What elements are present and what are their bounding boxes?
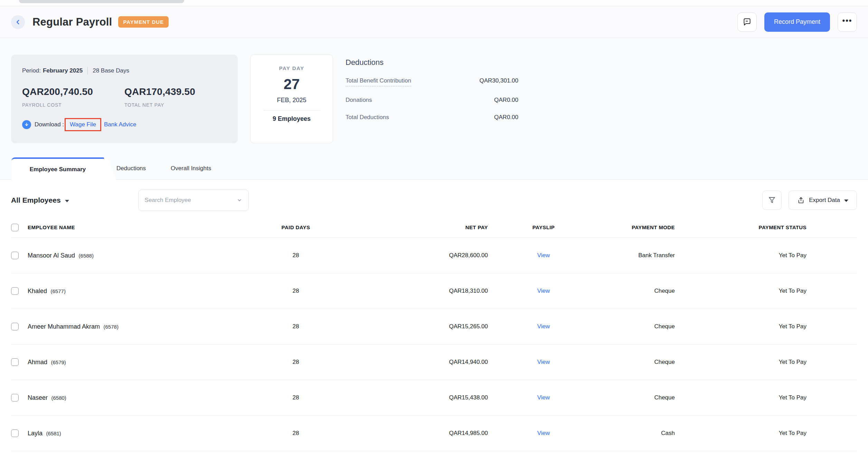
back-button[interactable] bbox=[11, 15, 25, 29]
paid-days-cell: 28 bbox=[261, 394, 330, 401]
employee-table: EMPLOYEE NAME PAID DAYS NET PAY PAYSLIP … bbox=[11, 217, 857, 451]
total-deductions-label: Total Deductions bbox=[346, 114, 389, 121]
employee-id: (6580) bbox=[51, 395, 66, 401]
net-pay-cell: QAR28,600.00 bbox=[330, 252, 488, 259]
paid-days-cell: 28 bbox=[261, 430, 330, 437]
summary-band: Period: February 2025 28 Base Days QAR20… bbox=[0, 38, 868, 143]
export-label: Export Data bbox=[809, 197, 840, 204]
table-row: Mansoor Al Saud (6588) 28 QAR28,600.00 V… bbox=[11, 238, 857, 273]
filter-button[interactable] bbox=[762, 191, 782, 210]
view-payslip-link[interactable]: View bbox=[537, 323, 550, 330]
employee-name: Mansoor Al Saud bbox=[28, 252, 75, 259]
employee-filter-label: All Employees bbox=[11, 196, 61, 204]
view-payslip-link[interactable]: View bbox=[537, 430, 550, 436]
period-label: Period: bbox=[22, 67, 41, 74]
table-row: Layla (6581) 28 QAR14,985.00 View Cash Y… bbox=[11, 416, 857, 451]
omnibox-fragment bbox=[19, 0, 184, 3]
payment-mode-cell: Cheque bbox=[599, 394, 675, 401]
row-checkbox[interactable] bbox=[11, 323, 19, 330]
more-options-button[interactable]: ••• bbox=[838, 12, 857, 32]
period-line: Period: February 2025 28 Base Days bbox=[22, 67, 227, 75]
amounts-row: QAR200,740.50 PAYROLL COST QAR170,439.50… bbox=[22, 86, 227, 108]
period-value: February 2025 bbox=[43, 67, 83, 74]
paid-days-cell: 28 bbox=[261, 323, 330, 330]
total-benefit-contribution-label[interactable]: Total Benefit Contribution bbox=[346, 77, 411, 86]
payment-status-cell: Yet To Pay bbox=[675, 394, 806, 401]
col-payslip: PAYSLIP bbox=[488, 224, 599, 230]
search-input[interactable] bbox=[145, 197, 237, 204]
table-row: Naseer (6580) 28 QAR15,438.00 View Chequ… bbox=[11, 380, 857, 416]
controls-right: Export Data bbox=[762, 191, 857, 210]
export-icon bbox=[797, 196, 805, 204]
employee-count: 9 Employees bbox=[273, 115, 311, 123]
col-payment-mode: PAYMENT MODE bbox=[599, 224, 675, 230]
payment-status-cell: Yet To Pay bbox=[675, 288, 806, 294]
payment-status-cell: Yet To Pay bbox=[675, 323, 806, 330]
total-deductions-value: QAR0.00 bbox=[494, 114, 518, 121]
view-payslip-link[interactable]: View bbox=[537, 288, 550, 294]
payroll-cost-block: QAR200,740.50 PAYROLL COST bbox=[22, 86, 124, 108]
paid-days-cell: 28 bbox=[261, 252, 330, 259]
divider bbox=[87, 67, 88, 75]
employee-name: Ameer Muhammad Akram bbox=[28, 323, 100, 330]
payday-label: PAY DAY bbox=[279, 65, 304, 71]
employee-name: Naseer bbox=[28, 394, 48, 401]
record-payment-button[interactable]: Record Payment bbox=[764, 12, 830, 32]
tab-employee-summary[interactable]: Employee Summary bbox=[11, 157, 104, 180]
payday-card: PAY DAY 27 FEB, 2025 9 Employees bbox=[250, 55, 333, 143]
payday-day: 27 bbox=[284, 76, 300, 93]
tab-label: Overall Insights bbox=[171, 165, 211, 172]
payroll-cost-value: QAR200,740.50 bbox=[22, 86, 124, 97]
select-all-checkbox[interactable] bbox=[11, 224, 19, 231]
tab-overall-insights[interactable]: Overall Insights bbox=[158, 157, 224, 180]
download-icon bbox=[22, 120, 31, 129]
chevron-left-icon bbox=[15, 19, 21, 25]
payment-mode-cell: Cheque bbox=[599, 359, 675, 366]
status-badge: PAYMENT DUE bbox=[118, 16, 169, 28]
col-employee-name: EMPLOYEE NAME bbox=[28, 224, 261, 230]
row-checkbox[interactable] bbox=[11, 252, 19, 259]
comment-icon bbox=[743, 18, 752, 27]
row-checkbox[interactable] bbox=[11, 429, 19, 437]
bank-advice-link[interactable]: Bank Advice bbox=[104, 121, 136, 128]
export-data-button[interactable]: Export Data bbox=[789, 191, 857, 210]
deduction-row: Total Benefit Contribution QAR30,301.00 bbox=[346, 77, 518, 86]
header-actions: Record Payment ••• bbox=[737, 12, 857, 32]
table-row: Ameer Muhammad Akram (6578) 28 QAR15,265… bbox=[11, 309, 857, 345]
funnel-icon bbox=[768, 196, 776, 204]
employee-id: (6588) bbox=[79, 253, 94, 259]
payment-mode-cell: Cash bbox=[599, 430, 675, 437]
base-days: 28 Base Days bbox=[93, 67, 129, 74]
payment-status-cell: Yet To Pay bbox=[675, 252, 806, 259]
annotation-box: Wage File bbox=[65, 118, 101, 131]
view-payslip-link[interactable]: View bbox=[537, 394, 550, 401]
employee-name: Khaled bbox=[28, 288, 47, 294]
total-net-pay-block: QAR170,439.50 TOTAL NET PAY bbox=[124, 86, 227, 108]
net-pay-cell: QAR15,438.00 bbox=[330, 394, 488, 401]
col-net-pay: NET PAY bbox=[330, 224, 488, 230]
table-controls: All Employees Export Data bbox=[11, 190, 857, 211]
deductions-title: Deductions bbox=[346, 58, 518, 67]
col-payment-status: PAYMENT STATUS bbox=[675, 224, 806, 230]
row-checkbox[interactable] bbox=[11, 394, 19, 401]
view-payslip-link[interactable]: View bbox=[537, 359, 550, 365]
employee-search-combobox[interactable] bbox=[138, 190, 249, 211]
deduction-row: Total Deductions QAR0.00 bbox=[346, 114, 518, 121]
browser-strip bbox=[0, 0, 868, 6]
employee-name: Ahmad bbox=[28, 359, 47, 366]
row-checkbox[interactable] bbox=[11, 287, 19, 295]
download-row: Download : Wage File Bank Advice bbox=[22, 118, 227, 131]
total-net-pay-value: QAR170,439.50 bbox=[124, 86, 227, 97]
deduction-row: Donations QAR0.00 bbox=[346, 97, 518, 104]
employee-name: Layla bbox=[28, 430, 43, 437]
deductions-panel: Deductions Total Benefit Contribution QA… bbox=[346, 55, 518, 121]
comments-button[interactable] bbox=[737, 12, 757, 32]
ellipsis-icon: ••• bbox=[842, 17, 852, 27]
view-payslip-link[interactable]: View bbox=[537, 252, 550, 259]
period-summary-card: Period: February 2025 28 Base Days QAR20… bbox=[11, 55, 238, 143]
employee-filter-dropdown[interactable]: All Employees bbox=[11, 196, 69, 204]
row-checkbox[interactable] bbox=[11, 358, 19, 366]
table-header-row: EMPLOYEE NAME PAID DAYS NET PAY PAYSLIP … bbox=[11, 217, 857, 238]
net-pay-cell: QAR14,985.00 bbox=[330, 430, 488, 437]
wage-file-link[interactable]: Wage File bbox=[70, 121, 96, 128]
